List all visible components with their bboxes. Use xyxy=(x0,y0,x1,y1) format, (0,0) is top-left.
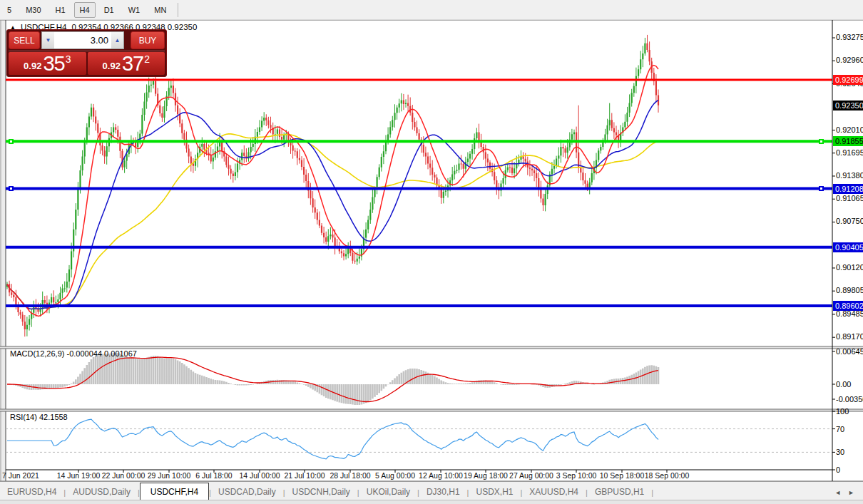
timeframe-button-5[interactable]: 5 xyxy=(1,2,17,18)
volume-increase-button[interactable]: ▲ xyxy=(111,32,123,48)
chart-tab-audusd[interactable]: AUDUSD,Daily xyxy=(66,484,138,500)
trading-terminal: 5M30H1H4D1W1MN ▲ USDCHF,H4 0.92354 0.923… xyxy=(0,0,863,504)
tab-scroll-left-icon[interactable]: ◄ xyxy=(834,489,841,496)
tab-scroll-arrows: ◄► xyxy=(834,489,863,500)
tab-separator: | xyxy=(651,488,653,500)
chart-tab-eurusd[interactable]: EURUSD,H4 xyxy=(0,484,63,500)
chart-tab-gbpusd[interactable]: GBPUSD,H1 xyxy=(588,484,651,500)
buy-button[interactable]: BUY xyxy=(131,31,165,49)
timeframe-button-d1[interactable]: D1 xyxy=(98,2,120,18)
chart-tabs-bar: EURUSD,H4|AUDUSD,Daily|USDCHF,H4|USDCAD,… xyxy=(0,481,863,500)
volume-input[interactable] xyxy=(54,32,111,48)
buy-price-base: 0.92 xyxy=(103,61,121,71)
buy-price-pip: 2 xyxy=(144,53,150,65)
timeframe-toolbar: 5M30H1H4D1W1MN xyxy=(0,0,863,20)
one-click-trade-panel: SELL ▼ ▲ BUY 0.92 35 3 0.92 37 2 xyxy=(6,29,167,77)
timeframe-button-w1[interactable]: W1 xyxy=(123,2,146,18)
toolbar-separator xyxy=(178,3,178,17)
chart-tab-usdcad[interactable]: USDCAD,Daily xyxy=(211,484,283,500)
buy-price-big: 37 xyxy=(122,53,143,74)
timeframe-button-h4[interactable]: H4 xyxy=(74,2,96,18)
timeframe-button-h1[interactable]: H1 xyxy=(50,2,71,18)
sell-price-pip: 3 xyxy=(66,53,71,65)
volume-stepper: ▼ ▲ xyxy=(41,31,124,49)
sell-price-big: 35 xyxy=(43,53,64,74)
sell-price-base: 0.92 xyxy=(24,61,41,71)
volume-decrease-button[interactable]: ▼ xyxy=(42,32,54,48)
chart-tab-ukoil[interactable]: UKOil,Daily xyxy=(359,484,417,500)
chart-tab-usdchf[interactable]: USDCHF,H4 xyxy=(140,483,209,501)
window-bottom-edge xyxy=(0,500,863,504)
chart-tab-usdcnh[interactable]: USDCNH,Daily xyxy=(285,484,357,500)
timeframe-button-m30[interactable]: M30 xyxy=(20,2,46,18)
tab-scroll-right-icon[interactable]: ► xyxy=(848,489,854,496)
chart-tab-xauusd[interactable]: XAUUSD,H4 xyxy=(522,484,586,500)
chart-tab-usdx[interactable]: USDX,H1 xyxy=(469,484,520,500)
sell-button[interactable]: SELL xyxy=(9,31,40,49)
timeframe-button-mn[interactable]: MN xyxy=(148,2,172,18)
sell-price-tile[interactable]: 0.92 35 3 xyxy=(9,52,86,75)
chart-tab-dj30[interactable]: DJ30,H1 xyxy=(419,484,467,500)
buy-price-tile[interactable]: 0.92 37 2 xyxy=(88,52,165,75)
